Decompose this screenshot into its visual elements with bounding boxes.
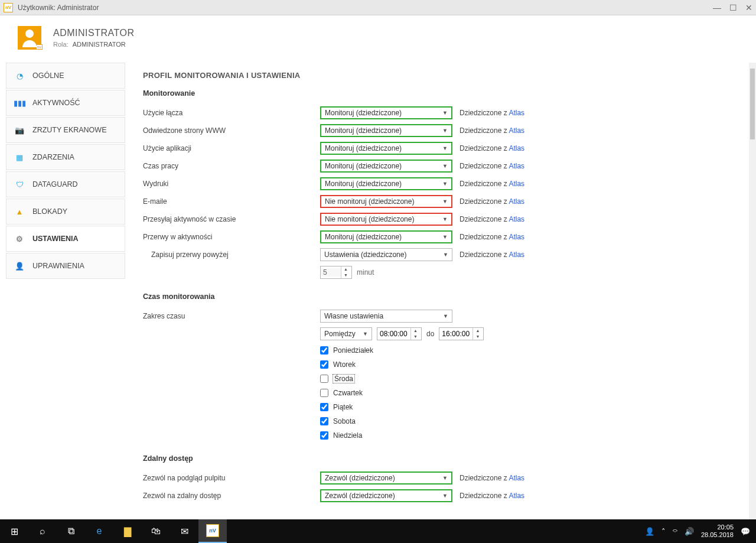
maximize-button[interactable]: ☐	[729, 3, 737, 12]
window-title: Użytkownik: Administrator	[18, 4, 99, 12]
minimize-button[interactable]: —	[713, 3, 721, 12]
app-icon: nV	[4, 3, 13, 12]
window-titlebar: nV Użytkownik: Administrator — ☐ ✕	[0, 0, 756, 15]
close-button[interactable]: ✕	[745, 3, 752, 12]
